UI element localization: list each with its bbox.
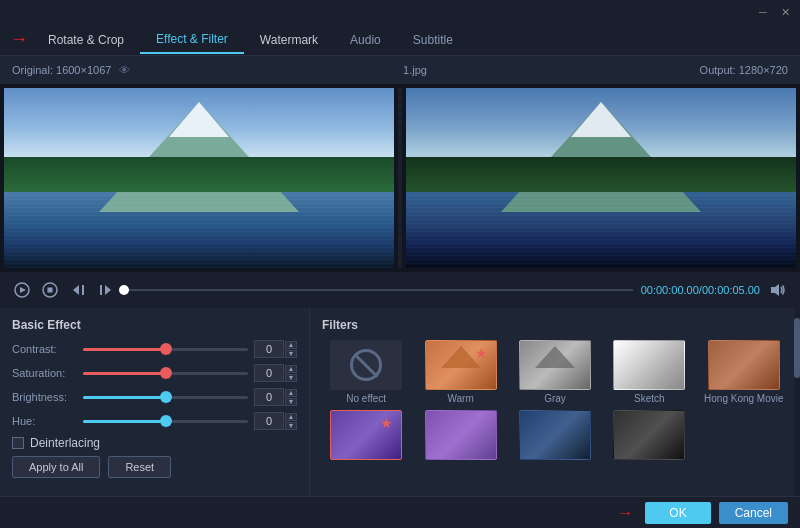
reset-button[interactable]: Reset	[108, 456, 171, 478]
bottom-panel: Basic Effect Contrast: 0 ▲ ▼ Saturation:	[0, 308, 800, 496]
scroll-thumb[interactable]	[794, 318, 800, 378]
filter-thumb-purple1: ★	[330, 410, 402, 460]
saturation-up[interactable]: ▲	[285, 365, 297, 373]
playback-bar: 00:00:00.00/00:00:05.00	[0, 272, 800, 308]
hue-row: Hue: 0 ▲ ▼	[12, 412, 297, 430]
basic-effect-panel: Basic Effect Contrast: 0 ▲ ▼ Saturation:	[0, 308, 310, 496]
preview-divider	[398, 88, 402, 268]
svg-marker-8	[771, 284, 779, 296]
deinterlacing-checkbox[interactable]	[12, 437, 24, 449]
tab-effect-filter[interactable]: Effect & Filter	[140, 26, 244, 54]
apply-to-all-button[interactable]: Apply to All	[12, 456, 100, 478]
action-buttons: Apply to All Reset	[12, 456, 297, 478]
filters-grid: No effect ★ Warm Gray Sketch	[322, 340, 788, 463]
scroll-indicator[interactable]	[794, 308, 800, 496]
volume-button[interactable]	[768, 280, 788, 300]
filter-thumb-dark	[613, 410, 685, 460]
brightness-label: Brightness:	[12, 391, 77, 403]
filter-no-effect[interactable]: No effect	[322, 340, 410, 404]
contrast-value[interactable]: 0	[254, 340, 284, 358]
brightness-row: Brightness: 0 ▲ ▼	[12, 388, 297, 406]
tab-watermark[interactable]: Watermark	[244, 27, 334, 53]
hue-value[interactable]: 0	[254, 412, 284, 430]
cancel-button[interactable]: Cancel	[719, 502, 788, 524]
output-preview	[406, 88, 796, 268]
info-bar: Original: 1600×1067 👁 1.jpg Output: 1280…	[0, 56, 800, 84]
filter-label-hk: Hong Kong Movie	[704, 393, 784, 404]
contrast-label: Contrast:	[12, 343, 77, 355]
saturation-label: Saturation:	[12, 367, 77, 379]
saturation-value[interactable]: 0	[254, 364, 284, 382]
filter-label-gray: Gray	[544, 393, 566, 404]
saturation-down[interactable]: ▼	[285, 374, 297, 382]
output-resolution: Output: 1280×720	[700, 64, 788, 76]
next-frame-button[interactable]	[96, 280, 116, 300]
deinterlacing-label: Deinterlacing	[30, 436, 100, 450]
warm-star-icon: ★	[475, 345, 488, 361]
filter-thumb-no-effect	[330, 340, 402, 390]
eye-icon[interactable]: 👁	[119, 64, 130, 76]
ok-button[interactable]: OK	[645, 502, 710, 524]
minimize-button[interactable]: ─	[756, 5, 770, 19]
saturation-slider[interactable]	[83, 372, 248, 375]
filter-thumb-gray	[519, 340, 591, 390]
original-resolution: Original: 1600×1067	[12, 64, 111, 76]
svg-marker-4	[73, 285, 79, 295]
no-effect-icon	[350, 349, 382, 381]
hue-slider[interactable]	[83, 420, 248, 423]
tab-bar: → Rotate & Crop Effect & Filter Watermar…	[0, 24, 800, 56]
filter-gray[interactable]: Gray	[511, 340, 599, 404]
tab-subtitle[interactable]: Subtitle	[397, 27, 469, 53]
filter-sketch[interactable]: Sketch	[605, 340, 693, 404]
filter-thumb-hk	[708, 340, 780, 390]
arrow-indicator: →	[10, 29, 28, 50]
filter-label-warm: Warm	[447, 393, 473, 404]
hue-down[interactable]: ▼	[285, 422, 297, 430]
filter-thumb-blue	[519, 410, 591, 460]
purple-star-icon: ★	[380, 415, 393, 431]
close-button[interactable]: ✕	[778, 5, 792, 19]
seek-bar[interactable]	[124, 289, 633, 291]
footer-bar: → OK Cancel	[0, 496, 800, 528]
brightness-slider[interactable]	[83, 396, 248, 399]
filter-thumb-sketch	[613, 340, 685, 390]
play-button[interactable]	[12, 280, 32, 300]
hue-label: Hue:	[12, 415, 77, 427]
filters-title: Filters	[322, 318, 788, 332]
contrast-slider[interactable]	[83, 348, 248, 351]
preview-area	[0, 84, 800, 272]
prev-frame-button[interactable]	[68, 280, 88, 300]
tab-audio[interactable]: Audio	[334, 27, 397, 53]
filter-purple1[interactable]: ★	[322, 410, 410, 463]
brightness-down[interactable]: ▼	[285, 398, 297, 406]
brightness-value[interactable]: 0	[254, 388, 284, 406]
filter-thumb-warm: ★	[425, 340, 497, 390]
deinterlacing-row: Deinterlacing	[12, 436, 297, 450]
filter-dark[interactable]	[605, 410, 693, 463]
svg-marker-1	[20, 287, 26, 293]
hue-up[interactable]: ▲	[285, 413, 297, 421]
stop-button[interactable]	[40, 280, 60, 300]
basic-effect-title: Basic Effect	[12, 318, 297, 332]
brightness-up[interactable]: ▲	[285, 389, 297, 397]
filter-blue[interactable]	[511, 410, 599, 463]
original-preview	[4, 88, 394, 268]
saturation-row: Saturation: 0 ▲ ▼	[12, 364, 297, 382]
svg-rect-3	[48, 288, 53, 293]
contrast-row: Contrast: 0 ▲ ▼	[12, 340, 297, 358]
time-display: 00:00:00.00/00:00:05.00	[641, 284, 760, 296]
filter-label-sketch: Sketch	[634, 393, 665, 404]
filter-hk-movie[interactable]: Hong Kong Movie	[700, 340, 788, 404]
contrast-up[interactable]: ▲	[285, 341, 297, 349]
svg-marker-6	[105, 285, 111, 295]
contrast-down[interactable]: ▼	[285, 350, 297, 358]
tab-rotate-crop[interactable]: Rotate & Crop	[32, 27, 140, 53]
filename: 1.jpg	[403, 64, 427, 76]
filter-label-no-effect: No effect	[346, 393, 386, 404]
title-bar: ─ ✕	[0, 0, 800, 24]
footer-arrow-indicator: →	[617, 504, 633, 522]
filter-warm[interactable]: ★ Warm	[416, 340, 504, 404]
filters-panel: Filters No effect ★ Warm Gray	[310, 308, 800, 496]
filter-thumb-purple2	[425, 410, 497, 460]
filter-purple2[interactable]	[416, 410, 504, 463]
